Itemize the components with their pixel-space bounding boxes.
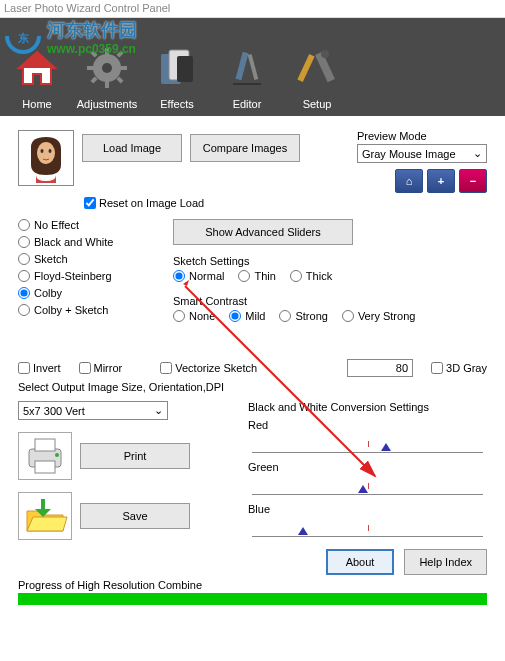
progress-label: Progress of High Resolution Combine — [18, 579, 487, 591]
sketch-settings-label: Sketch Settings — [173, 255, 487, 267]
3d-gray-checkbox[interactable]: 3D Gray — [431, 362, 487, 374]
smart-contrast-label: Smart Contrast — [173, 295, 487, 307]
contrast-none-radio[interactable]: None — [173, 310, 215, 322]
progress-bar — [18, 593, 487, 605]
printer-icon — [18, 432, 72, 480]
green-slider[interactable] — [252, 475, 483, 495]
preview-mode-dropdown[interactable]: Gray Mouse Image⌄ — [357, 144, 487, 163]
toolbar-adjustments[interactable]: Adjustments — [78, 24, 136, 110]
svg-rect-29 — [35, 461, 55, 473]
svg-rect-10 — [90, 50, 97, 57]
plus-icon: + — [438, 175, 444, 187]
svg-rect-19 — [248, 54, 259, 80]
svg-rect-12 — [116, 50, 123, 57]
toolbar-effects[interactable]: Effects — [148, 24, 206, 110]
print-button[interactable]: Print — [80, 443, 190, 469]
svg-point-5 — [102, 63, 112, 73]
svg-point-24 — [37, 142, 55, 164]
green-slider-label: Green — [248, 461, 487, 473]
svg-rect-6 — [105, 48, 109, 56]
chevron-down-icon: ⌄ — [154, 404, 163, 417]
sketch-normal-radio[interactable]: Normal — [173, 270, 224, 282]
toolbar-home[interactable]: Home — [8, 24, 66, 110]
nav-minus-button[interactable]: − — [459, 169, 487, 193]
contrast-strong-radio[interactable]: Strong — [279, 310, 327, 322]
effect-colby-sketch-radio[interactable]: Colby + Sketch — [18, 304, 153, 316]
blue-slider[interactable] — [252, 517, 483, 537]
svg-rect-18 — [235, 52, 248, 81]
show-advanced-button[interactable]: Show Advanced Sliders — [173, 219, 353, 245]
toolbar-setup[interactable]: Setup — [288, 24, 346, 110]
mirror-checkbox[interactable]: Mirror — [79, 362, 123, 374]
home-icon — [13, 44, 61, 92]
toolbar-editor[interactable]: Editor — [218, 24, 276, 110]
setup-icon — [293, 44, 341, 92]
svg-rect-13 — [90, 76, 97, 83]
contrast-mild-radio[interactable]: Mild — [229, 310, 265, 322]
save-folder-icon — [18, 492, 72, 540]
red-slider-label: Red — [248, 419, 487, 431]
output-size-dropdown[interactable]: 5x7 300 Vert⌄ — [18, 401, 168, 420]
avatar-preview — [18, 130, 74, 186]
about-button[interactable]: About — [326, 549, 395, 575]
svg-point-22 — [321, 50, 329, 58]
load-image-button[interactable]: Load Image — [82, 134, 182, 162]
blue-slider-label: Blue — [248, 503, 487, 515]
editor-icon — [223, 44, 271, 92]
vectorize-checkbox[interactable]: Vectorize Sketch — [160, 362, 257, 374]
save-button[interactable]: Save — [80, 503, 190, 529]
window-titlebar: Laser Photo Wizard Control Panel — [0, 0, 505, 18]
sketch-thin-radio[interactable]: Thin — [238, 270, 275, 282]
svg-rect-8 — [87, 66, 95, 70]
nav-plus-button[interactable]: + — [427, 169, 455, 193]
main-toolbar: Home Adjustments Effects Editor Setup — [0, 18, 505, 116]
effect-sketch-radio[interactable]: Sketch — [18, 253, 153, 265]
contrast-very-strong-radio[interactable]: Very Strong — [342, 310, 415, 322]
svg-rect-9 — [119, 66, 127, 70]
svg-point-26 — [49, 149, 52, 153]
compare-images-button[interactable]: Compare Images — [190, 134, 300, 162]
invert-checkbox[interactable]: Invert — [18, 362, 61, 374]
svg-rect-7 — [105, 80, 109, 88]
svg-marker-3 — [19, 52, 55, 68]
minus-icon: − — [470, 175, 476, 187]
effect-bw-radio[interactable]: Black and White — [18, 236, 153, 248]
svg-point-25 — [41, 149, 44, 153]
svg-point-30 — [55, 453, 59, 457]
output-size-label: Select Output Image Size, Orientation,DP… — [18, 381, 487, 393]
effects-icon — [153, 44, 201, 92]
nav-home-button[interactable]: ⌂ — [395, 169, 423, 193]
svg-rect-11 — [116, 76, 123, 83]
help-index-button[interactable]: Help Index — [404, 549, 487, 575]
svg-rect-28 — [35, 439, 55, 451]
house-icon: ⌂ — [406, 175, 413, 187]
effects-radio-group: No Effect Black and White Sketch Floyd-S… — [18, 219, 153, 335]
reset-on-load-checkbox[interactable]: Reset on Image Load — [84, 197, 487, 209]
main-panel: Load Image Compare Images Preview Mode G… — [0, 116, 505, 661]
svg-rect-16 — [177, 56, 193, 82]
effect-none-radio[interactable]: No Effect — [18, 219, 153, 231]
numeric-input[interactable] — [347, 359, 413, 377]
chevron-down-icon: ⌄ — [473, 147, 482, 160]
gear-icon — [83, 44, 131, 92]
red-slider[interactable] — [252, 433, 483, 453]
preview-mode-label: Preview Mode — [357, 130, 487, 142]
sketch-thick-radio[interactable]: Thick — [290, 270, 332, 282]
svg-rect-20 — [297, 54, 314, 82]
bw-conversion-label: Black and White Conversion Settings — [248, 401, 487, 413]
effect-floyd-radio[interactable]: Floyd-Steinberg — [18, 270, 153, 282]
effect-colby-radio[interactable]: Colby — [18, 287, 153, 299]
